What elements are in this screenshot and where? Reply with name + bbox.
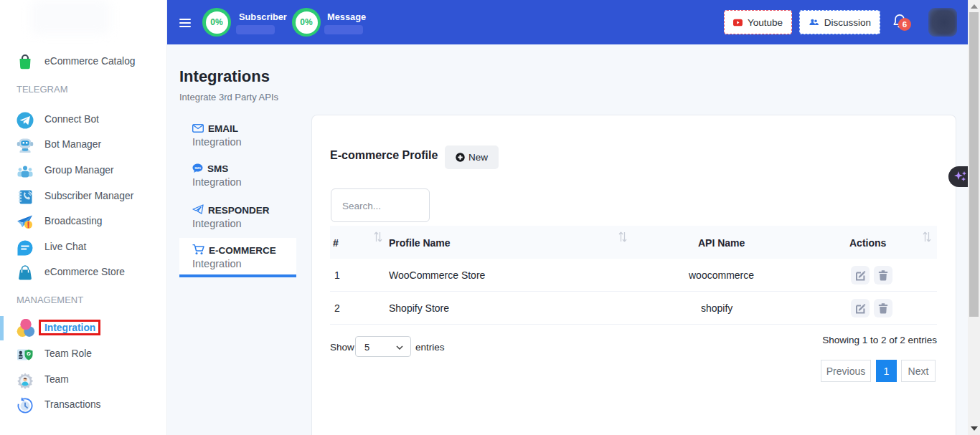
svg-text:SMS: SMS <box>194 166 201 170</box>
